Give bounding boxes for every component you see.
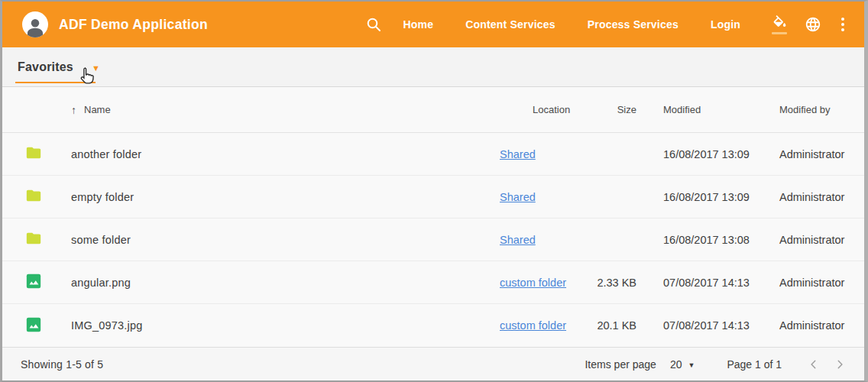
column-header-location[interactable]: Location (481, 104, 591, 115)
nav-process-services[interactable]: Process Services (588, 18, 679, 31)
location-link[interactable]: custom folder (500, 277, 566, 289)
modified-by: Administrator (761, 319, 852, 332)
column-header-name[interactable]: ↑ Name (71, 104, 481, 116)
image-file-icon (21, 273, 42, 292)
location-link[interactable]: Shared (500, 234, 536, 246)
table-body: another folder Shared 16/08/2017 13:09 A… (2, 133, 864, 347)
toolbar-icons (769, 14, 849, 35)
table-row[interactable]: some folder Shared 16/08/2017 13:08 Admi… (2, 219, 864, 261)
modified-date: 16/08/2017 13:09 (645, 191, 761, 203)
table-row[interactable]: IMG_0973.jpg custom folder 20.1 KB 07/08… (2, 304, 864, 347)
file-size: 20.1 KB (591, 319, 645, 332)
app-toolbar: ADF Demo Application Home Content Servic… (2, 2, 864, 47)
file-name[interactable]: IMG_0973.jpg (71, 319, 481, 332)
folder-icon (21, 144, 42, 163)
items-per-page-value: 20 (670, 358, 682, 371)
dropdown-caret-icon: ▼ (92, 63, 100, 73)
theme-color-underline (772, 32, 787, 34)
next-page-icon[interactable] (831, 355, 849, 374)
more-vert-icon[interactable] (837, 18, 849, 31)
nav-home[interactable]: Home (403, 18, 433, 31)
column-header-modified[interactable]: Modified (645, 104, 761, 115)
avatar[interactable] (22, 11, 48, 37)
folder-icon (21, 230, 42, 249)
modified-by: Administrator (761, 277, 852, 289)
items-per-page-caret-icon: ▼ (688, 361, 695, 369)
location-link[interactable]: Shared (500, 191, 536, 203)
view-selector-bar: Favorites ▼ (2, 47, 864, 87)
paginator-controls: Items per page 20 ▼ Page 1 of 1 (585, 355, 849, 374)
file-name[interactable]: angular.png (71, 277, 481, 289)
modified-by: Administrator (761, 191, 852, 203)
current-view-label: Favorites (18, 60, 73, 74)
sort-ascending-icon: ↑ (71, 104, 76, 116)
table-row[interactable]: empty folder Shared 16/08/2017 13:09 Adm… (2, 176, 864, 219)
language-globe-icon[interactable] (803, 14, 823, 35)
image-file-icon (21, 316, 42, 335)
document-list: ↑ Name Location Size Modified Modified b… (2, 87, 864, 380)
column-header-modified-by[interactable]: Modified by (761, 104, 852, 115)
nav-content-services[interactable]: Content Services (465, 18, 555, 31)
column-header-size[interactable]: Size (591, 104, 645, 115)
location-link[interactable]: custom folder (500, 319, 566, 332)
previous-page-icon[interactable] (805, 355, 823, 374)
app-window: ADF Demo Application Home Content Servic… (0, 0, 868, 382)
active-tab-underline (15, 82, 96, 83)
modified-date: 07/08/2017 14:13 (645, 277, 761, 289)
main-nav: Home Content Services Process Services L… (403, 18, 740, 31)
modified-date: 16/08/2017 13:09 (645, 148, 761, 160)
file-name[interactable]: some folder (71, 234, 481, 246)
file-size: 2.33 KB (591, 277, 645, 289)
folder-icon (21, 187, 42, 206)
modified-by: Administrator (761, 148, 852, 160)
current-view-dropdown[interactable]: Favorites ▼ (18, 60, 100, 74)
table-row[interactable]: another folder Shared 16/08/2017 13:09 A… (2, 133, 864, 176)
showing-range-label: Showing 1-5 of 5 (21, 358, 103, 371)
person-icon (24, 15, 47, 37)
file-name[interactable]: empty folder (71, 191, 481, 203)
items-per-page-select[interactable]: 20 ▼ (670, 358, 695, 371)
search-icon[interactable] (364, 15, 383, 34)
table-row[interactable]: angular.png custom folder 2.33 KB 07/08/… (2, 261, 864, 304)
table-header-row: ↑ Name Location Size Modified Modified b… (2, 87, 864, 133)
nav-login[interactable]: Login (711, 18, 740, 31)
items-per-page-label: Items per page (585, 358, 656, 371)
color-fill-icon[interactable] (769, 14, 789, 35)
paginator: Showing 1-5 of 5 Items per page 20 ▼ Pag… (2, 347, 864, 380)
modified-by: Administrator (761, 234, 852, 246)
location-link[interactable]: Shared (500, 148, 536, 160)
modified-date: 07/08/2017 14:13 (645, 319, 761, 332)
page-info-label: Page 1 of 1 (727, 358, 782, 371)
modified-date: 16/08/2017 13:08 (645, 234, 761, 246)
app-title: ADF Demo Application (59, 17, 208, 33)
file-name[interactable]: another folder (71, 148, 481, 160)
